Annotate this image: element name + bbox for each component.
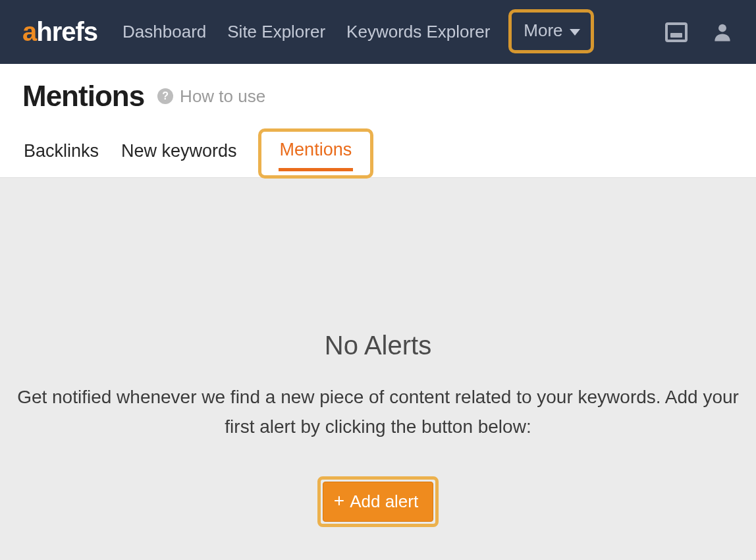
page-title: Mentions [22,80,144,113]
tab-new-keywords[interactable]: New keywords [120,137,238,177]
logo-a: a [22,17,36,47]
question-icon: ? [157,88,173,104]
chevron-down-icon [570,29,580,36]
title-row: Mentions ? How to use [22,80,734,113]
tab-mentions-highlight: Mentions [258,128,374,179]
empty-body: Get notified whenever we find a new piec… [3,383,753,442]
inbox-icon[interactable] [665,22,688,42]
nav-dashboard[interactable]: Dashboard [122,22,206,42]
svg-point-0 [718,24,726,32]
add-alert-button[interactable]: + Add alert [323,482,433,522]
how-to-use-label: How to use [180,86,265,107]
logo-rest: hrefs [36,17,97,47]
nav-links: Dashboard Site Explorer Keywords Explore… [122,11,594,53]
tabs: Backlinks New keywords Mentions [22,128,734,177]
nav-keywords-explorer[interactable]: Keywords Explorer [346,22,490,42]
user-icon[interactable] [711,21,734,43]
top-nav-right [665,21,734,43]
how-to-use-link[interactable]: ? How to use [157,86,265,107]
logo[interactable]: ahrefs [22,17,97,47]
empty-state: No Alerts Get notified whenever we find … [0,178,756,527]
nav-site-explorer[interactable]: Site Explorer [227,22,325,42]
nav-more-label: More [524,20,562,41]
tab-backlinks[interactable]: Backlinks [22,137,100,177]
empty-heading: No Alerts [0,331,756,360]
add-alert-highlight: + Add alert [317,476,439,527]
sub-header: Mentions ? How to use Backlinks New keyw… [0,64,756,178]
top-nav: ahrefs Dashboard Site Explorer Keywords … [0,0,756,64]
plus-icon: + [334,491,344,510]
tab-mentions[interactable]: Mentions [279,138,354,171]
add-alert-label: Add alert [350,491,418,512]
nav-more[interactable]: More [508,9,593,53]
